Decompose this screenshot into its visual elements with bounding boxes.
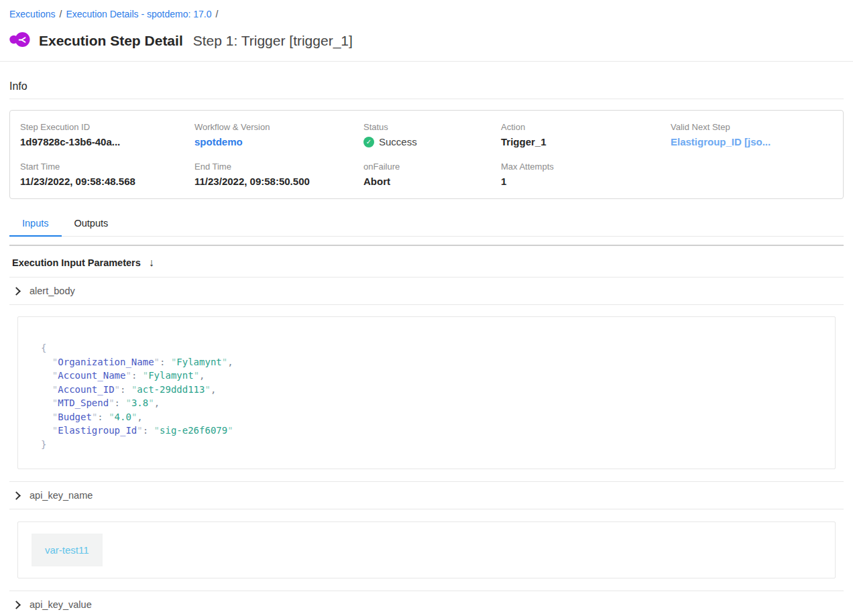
chevron-right-icon	[12, 601, 21, 609]
status-text: Success	[379, 135, 417, 148]
field-label: Max Attempts	[501, 162, 671, 172]
param-name: api_key_name	[30, 490, 93, 501]
svg-text:Y: Y	[17, 36, 28, 43]
info-card: Step Execution ID 1d97828c-13b6-40a... W…	[9, 110, 844, 199]
field-label: onFailure	[363, 162, 501, 172]
field-workflow-version: Workflow & Version spotdemo	[194, 122, 363, 148]
field-max-attempts: Max Attempts 1	[501, 162, 671, 188]
breadcrumb-separator: /	[216, 9, 219, 19]
field-valid-next-step: Valid Next Step Elastigroup_ID [jso...	[671, 122, 836, 148]
field-empty	[671, 162, 836, 188]
arrow-down-icon[interactable]: ↓	[149, 257, 154, 269]
breadcrumb-link-executions[interactable]: Executions	[9, 9, 55, 19]
field-label: Action	[501, 122, 671, 133]
tab-outputs[interactable]: Outputs	[62, 212, 121, 237]
field-onfailure: onFailure Abort	[363, 162, 501, 188]
tab-bar: Inputs Outputs	[9, 212, 844, 237]
field-step-execution-id: Step Execution ID 1d97828c-13b6-40a...	[20, 122, 194, 148]
section-title: Execution Input Parameters	[12, 257, 141, 268]
api-key-name-value: var-test11	[32, 534, 103, 566]
field-action: Action Trigger_1	[501, 122, 671, 148]
page-subtitle: Step 1: Trigger [trigger_1]	[193, 33, 353, 49]
field-label: Step Execution ID	[20, 122, 194, 133]
alert-body-content-box: { "Organization_Name": "Fylamynt", "Acco…	[17, 316, 836, 469]
param-row-api-key-value[interactable]: api_key_value	[9, 591, 844, 616]
param-row-api-key-name[interactable]: api_key_name	[9, 481, 844, 509]
success-check-icon: ✓	[363, 137, 374, 147]
chevron-right-icon	[12, 287, 21, 296]
breadcrumb-link-execution-details[interactable]: Execution Details - spotdemo: 17.0	[66, 9, 211, 19]
field-value: 1	[501, 175, 671, 188]
field-value: Abort	[363, 175, 501, 188]
field-value: 1d97828c-13b6-40a...	[20, 135, 194, 148]
field-end-time: End Time 11/23/2022, 09:58:50.500	[194, 162, 363, 188]
field-value: 11/23/2022, 09:58:50.500	[194, 175, 363, 188]
execution-input-parameters-header: Execution Input Parameters ↓	[9, 246, 844, 278]
breadcrumb-separator: /	[59, 9, 62, 19]
breadcrumb: Executions/Execution Details - spotdemo:…	[0, 0, 853, 19]
fylamynt-logo-icon: Y	[9, 29, 30, 52]
param-name: api_key_value	[30, 599, 92, 610]
next-step-link[interactable]: Elastigroup_ID [jso...	[671, 135, 836, 148]
field-label: Workflow & Version	[194, 122, 363, 133]
field-value: 11/23/2022, 09:58:48.568	[20, 175, 194, 188]
divider	[9, 99, 844, 99]
api-key-name-content-box: var-test11	[17, 521, 836, 578]
info-heading: Info	[9, 80, 844, 93]
field-label: End Time	[194, 162, 363, 172]
param-name: alert_body	[30, 286, 75, 296]
field-label: Status	[363, 122, 501, 133]
field-label: Valid Next Step	[671, 122, 836, 133]
page-title: Execution Step Detail	[39, 33, 183, 49]
chevron-right-icon	[12, 491, 21, 500]
json-code: { "Organization_Name": "Fylamynt", "Acco…	[18, 317, 835, 469]
field-start-time: Start Time 11/23/2022, 09:58:48.568	[20, 162, 194, 188]
field-label: Start Time	[20, 162, 194, 172]
field-status: Status ✓ Success	[363, 122, 501, 148]
param-row-alert-body[interactable]: alert_body	[9, 278, 844, 305]
page-header: Y Execution Step Detail Step 1: Trigger …	[0, 19, 853, 62]
workflow-link[interactable]: spotdemo	[194, 135, 363, 148]
tab-inputs[interactable]: Inputs	[9, 212, 62, 237]
field-value: Trigger_1	[501, 135, 671, 148]
